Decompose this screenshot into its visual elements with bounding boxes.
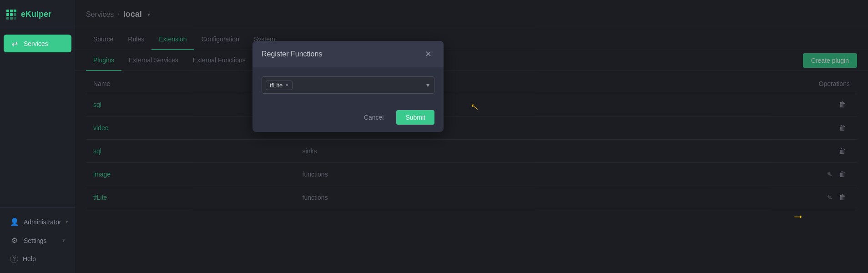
tag-label: tfLite [270,82,283,89]
select-dropdown-icon[interactable]: ▾ [426,81,429,89]
functions-select[interactable]: tfLite × ▾ [262,76,434,94]
tag-close-button[interactable]: × [285,82,288,88]
sidebar-item-label-services: Services [24,40,48,47]
administrator-icon: 👤 [10,217,19,226]
help-icon: ? [10,255,18,263]
sidebar-item-services[interactable]: ⇄ Services [4,35,71,52]
main-content: Services / local ▾ Source Rules Extensio… [75,0,868,273]
cancel-button[interactable]: Cancel [357,110,391,125]
settings-icon: ⚙ [10,236,19,245]
modal-title: Register Functions [262,50,322,58]
sidebar-item-label-admin: Administrator [24,218,61,226]
register-functions-modal: Register Functions ✕ tfLite × ▾ Cancel S… [252,41,444,132]
services-icon: ⇄ [10,39,19,48]
sidebar: eKuiper ⇄ Services 👤 Administrator ▾ ⚙ S… [0,0,75,273]
logo-icon [6,10,16,20]
arrow-annotation-2: → [792,209,804,224]
modal-header: Register Functions ✕ [252,41,444,67]
tflite-tag: tfLite × [266,81,293,90]
submit-button[interactable]: Submit [396,110,434,125]
modal-overlay: ↑ → Register Functions ✕ tfLite × [75,0,868,273]
sidebar-item-label-settings: Settings [24,237,47,244]
admin-arrow-icon: ▾ [66,219,68,225]
logo-text: eKuiper [21,10,51,19]
yellow-arrow-icon: ↑ [466,99,482,113]
arrow-annotation-1: ↑ [466,99,482,113]
sidebar-item-help[interactable]: ? Help [4,250,71,268]
sidebar-item-settings[interactable]: ⚙ Settings ▾ [4,232,71,249]
table-container: Name Type Operations sqlsources🗑videosou… [75,71,868,209]
modal-body: tfLite × ▾ [252,67,444,103]
settings-arrow-icon: ▾ [62,238,65,243]
sidebar-item-administrator[interactable]: 👤 Administrator ▾ [4,213,71,231]
sidebar-nav: ⇄ Services [0,29,75,207]
yellow-arrow-2-icon: → [792,209,804,224]
sidebar-bottom: 👤 Administrator ▾ ⚙ Settings ▾ ? Help [0,207,75,273]
modal-close-button[interactable]: ✕ [422,49,434,59]
logo-area: eKuiper [0,0,75,29]
modal-footer: Cancel Submit [252,103,444,132]
sidebar-item-label-help: Help [23,255,36,263]
